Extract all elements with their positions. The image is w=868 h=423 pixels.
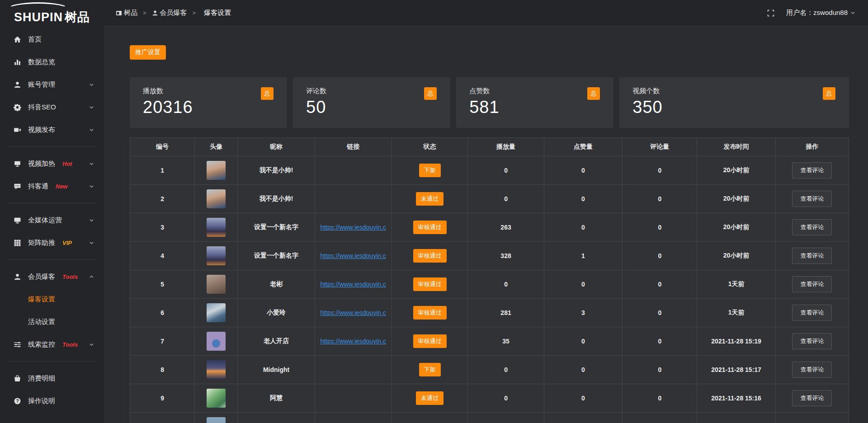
chevron-down-icon [850, 10, 855, 15]
view-comments-button[interactable]: 查看评论 [792, 248, 832, 264]
status-badge[interactable]: 审核通过 [413, 277, 447, 291]
video-link[interactable]: https://www.iesdouyin.c [318, 309, 388, 316]
sidebar-subitem[interactable]: 活动设置 [0, 310, 104, 333]
column-header: 状态 [392, 138, 468, 156]
cell-id: 5 [130, 270, 195, 299]
breadcrumb-item[interactable]: 会员爆客 [152, 9, 187, 17]
fullscreen-icon[interactable] [767, 9, 774, 17]
sidebar-item[interactable]: 线索监控Tools [0, 333, 104, 356]
status-badge[interactable]: 下架 [419, 363, 441, 376]
status-badge[interactable]: 审核通过 [413, 306, 447, 320]
view-comments-button[interactable]: 查看评论 [792, 305, 832, 321]
view-comments-button[interactable]: 查看评论 [792, 390, 832, 406]
cell-action: 查看评论 [775, 356, 849, 384]
cell-comments: 0 [623, 185, 697, 213]
table-row: 8 Midnight 下架 0 0 0 2021-11-28 15:17 查看评… [130, 356, 849, 384]
status-badge[interactable]: 审核通过 [413, 334, 447, 348]
cell-status: 下架 [392, 356, 468, 384]
screen-icon [14, 160, 21, 168]
table-row: 5 老彬 https://www.iesdouyin.c 审核通过 0 0 0 … [130, 270, 849, 299]
status-badge[interactable]: 未通过 [416, 192, 443, 206]
cell-status: 审核通过 [392, 299, 468, 327]
logo[interactable]: SHUPIN树品 [0, 0, 104, 28]
sidebar-item[interactable]: 首页 [0, 28, 104, 51]
sidebar-item[interactable]: 账号管理 [0, 73, 104, 96]
cell-action: 查看评论 [775, 242, 849, 270]
cell-plays: 0 [468, 356, 544, 384]
view-comments-button[interactable]: 查看评论 [792, 333, 832, 349]
cell-id [130, 413, 195, 423]
cell-comments: 0 [623, 156, 697, 185]
stat-card: 评论数 50 总 [293, 77, 450, 128]
breadcrumb-separator: > [143, 9, 146, 16]
sidebar-item[interactable]: 数据总览 [0, 51, 104, 73]
video-link[interactable]: https://www.iesdouyin.c [318, 252, 388, 259]
breadcrumb-item[interactable]: 树品 [116, 9, 137, 17]
cell-status: 审核通过 [392, 327, 468, 356]
cell-action: 查看评论 [775, 270, 849, 299]
sidebar-item[interactable]: 全媒体运营 [0, 209, 104, 231]
logo-text-zh: 树品 [65, 10, 90, 24]
grid-icon [14, 239, 21, 247]
status-badge[interactable]: 审核通过 [413, 249, 447, 263]
sidebar-item-label: 视频加热 [28, 160, 55, 168]
cell-likes: 0 [544, 327, 622, 356]
cell-comments: 0 [623, 327, 697, 356]
cell-time: 20小时前 [697, 185, 775, 213]
menu-badge-new: New [56, 183, 68, 190]
sidebar-item-label: 首页 [28, 35, 42, 44]
sidebar-item[interactable]: 消费明细 [0, 367, 104, 390]
breadcrumb-item[interactable]: 爆客设置 [201, 9, 231, 17]
sidebar-subitem-label: 活动设置 [28, 318, 55, 326]
sidebar-item[interactable]: ?操作说明 [0, 390, 104, 412]
member-icon [14, 273, 21, 281]
stat-card-label: 视频个数 [632, 87, 849, 95]
cell-plays: 281 [468, 299, 544, 327]
sidebar-item[interactable]: 会员爆客Tools [0, 265, 104, 288]
view-comments-button[interactable]: 查看评论 [792, 362, 832, 378]
total-badge: 总 [261, 87, 274, 100]
cell-status: 审核通过 [392, 213, 468, 242]
cell-id: 9 [130, 384, 195, 413]
table-row: 9 阿慧 未通过 0 0 0 2021-11-28 15:16 查看评论 [130, 384, 849, 413]
username-label: 用户名：zswodun88 [786, 9, 848, 17]
status-badge[interactable]: 未通过 [416, 391, 443, 405]
view-comments-button[interactable]: 查看评论 [792, 162, 832, 179]
sidebar-item[interactable]: 抖客通New [0, 175, 104, 197]
status-badge[interactable]: 下架 [419, 164, 441, 177]
cell-likes: 0 [544, 213, 622, 242]
video-link[interactable]: https://www.iesdouyin.c [318, 281, 388, 288]
cell-id: 1 [130, 156, 195, 185]
sidebar-subitem[interactable]: 爆客设置 [0, 288, 104, 310]
home-icon [14, 36, 21, 43]
cell-action: 查看评论 [775, 299, 849, 327]
view-comments-button[interactable]: 查看评论 [792, 276, 832, 292]
cell-comments: 0 [623, 384, 697, 413]
column-header: 昵称 [238, 138, 315, 156]
sidebar-item[interactable]: 视频加热Hot [0, 152, 104, 175]
chevron-down-icon [89, 82, 94, 87]
cell-likes: 0 [544, 356, 622, 384]
cell-comments: 0 [623, 356, 697, 384]
sidebar-item[interactable]: 视频发布 [0, 118, 104, 141]
video-link[interactable]: https://www.iesdouyin.c [318, 224, 388, 231]
table-row: 1 我不是小帅! 下架 0 0 0 20小时前 查看评论 [130, 156, 849, 185]
cell-likes: 1 [544, 242, 622, 270]
breadcrumb-label: 爆客设置 [204, 9, 231, 17]
sidebar-divider [7, 361, 97, 362]
breadcrumb-separator: > [193, 9, 196, 16]
view-comments-button[interactable]: 查看评论 [792, 219, 832, 235]
status-badge[interactable]: 审核通过 [413, 221, 447, 234]
user-menu[interactable]: 用户名：zswodun88 [786, 9, 855, 17]
sidebar-item-label: 视频发布 [28, 126, 55, 134]
promo-settings-button[interactable]: 推广设置 [130, 45, 166, 60]
cell-nickname: Midnight [238, 356, 315, 384]
cell-comments: 0 [623, 299, 697, 327]
cell-avatar [195, 327, 238, 356]
cell-time: 1天前 [697, 299, 775, 327]
cell-link [315, 413, 392, 423]
sidebar-item[interactable]: 矩阵助推VIP [0, 231, 104, 254]
sidebar-item[interactable]: 抖音SEO [0, 96, 104, 118]
view-comments-button[interactable]: 查看评论 [792, 191, 832, 207]
video-link[interactable]: https://www.iesdouyin.c [318, 338, 388, 345]
